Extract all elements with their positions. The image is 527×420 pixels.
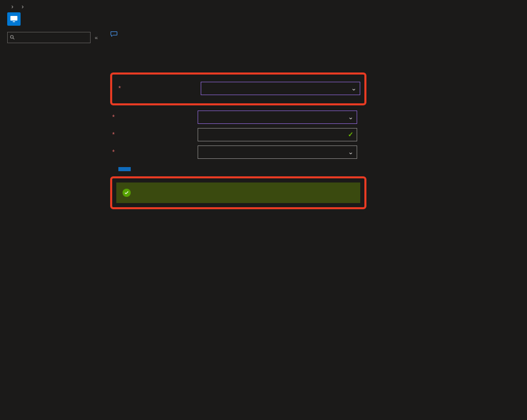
search-input[interactable]	[17, 34, 88, 41]
svg-line-3	[13, 38, 14, 40]
sidebar: «	[0, 29, 103, 413]
port-input-wrap[interactable]: ✓	[198, 128, 357, 141]
valid-check-icon: ✓	[348, 131, 354, 138]
chevron-down-icon: ⌄	[351, 84, 357, 92]
collapse-sidebar-icon[interactable]: «	[95, 34, 98, 41]
port-input[interactable]	[201, 131, 348, 138]
svg-point-2	[10, 35, 13, 38]
service-label: *	[110, 114, 192, 121]
protocol-label: *	[110, 149, 192, 156]
connection-source-label: *	[116, 85, 196, 92]
feedback-icon	[110, 31, 118, 38]
svg-rect-0	[10, 16, 17, 21]
breadcrumb: › ›	[0, 0, 527, 11]
result-banner	[116, 182, 360, 203]
protocol-select[interactable]: ⌄	[198, 145, 357, 159]
tabs	[110, 62, 515, 69]
svg-rect-1	[13, 22, 15, 23]
chevron-right-icon: ›	[11, 3, 13, 10]
main-content: * ⌄ * ⌄ * ✓ *	[103, 29, 527, 413]
vm-icon	[7, 12, 21, 26]
chevron-down-icon: ⌄	[348, 148, 354, 156]
page-header	[0, 11, 527, 27]
highlight-result-section	[110, 176, 366, 209]
search-input-wrap[interactable]	[7, 32, 91, 43]
highlight-source-section: * ⌄	[110, 72, 366, 105]
test-connection-button[interactable]	[118, 167, 131, 171]
connection-source-select[interactable]: ⌄	[201, 82, 360, 95]
description-text	[110, 45, 450, 54]
port-label: *	[110, 131, 192, 138]
chevron-right-icon: ›	[22, 3, 24, 10]
search-icon	[10, 34, 15, 41]
chevron-down-icon: ⌄	[348, 113, 354, 121]
success-icon	[122, 189, 131, 197]
give-feedback-button[interactable]	[110, 31, 515, 38]
service-select[interactable]: ⌄	[198, 111, 357, 124]
